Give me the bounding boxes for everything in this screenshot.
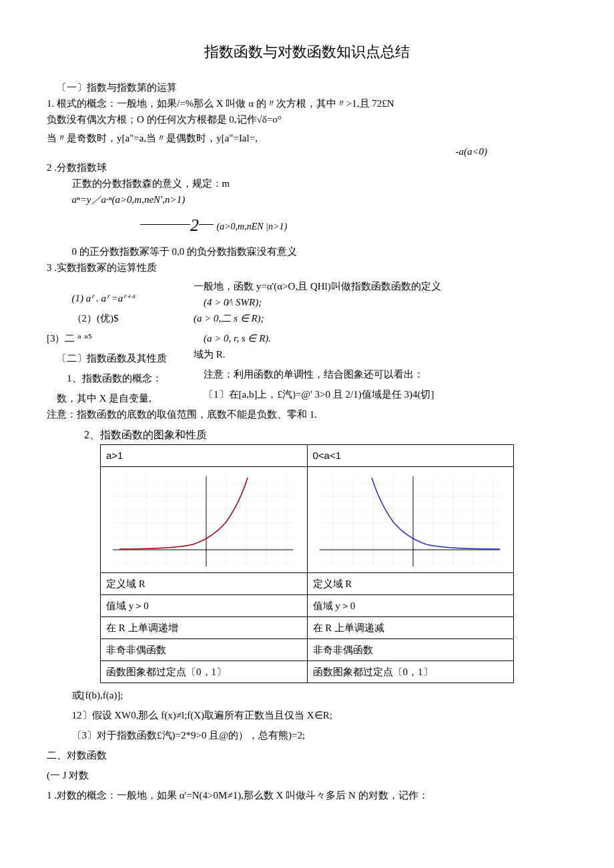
ops-right-1: (4 > 0∕\ SWR); [194, 294, 567, 310]
table-row: 非奇非偶函数 [307, 639, 514, 661]
after-3: 〔3〕对于指数函数£汽)=2*9>0 且@的），总有熊)=2; [47, 727, 567, 743]
ops-left-2: （2）(优)$ [47, 310, 194, 326]
section-2-note: 注意：指数函数的底数的取值范围，底数不能是负数、零和 1. [47, 406, 567, 422]
item-2-1b: 数，其中 X 是自变量, [47, 390, 194, 406]
item-2-2: 2、指数函数的图象和性质 [63, 426, 567, 444]
after-1: 或[f(b),f(a)]; [47, 687, 567, 703]
section-2-title: 〔二〕指数函数及其性质 [47, 350, 194, 366]
table-header-2: 0<a<1 [307, 445, 514, 467]
ops-right-2: (a > 0,二 s ∈ R); [194, 310, 567, 326]
item-1-1: 1. 根式的概念：一般地，如果/=%那么 X 叫做 α 的〃次方根，其中〃>1,… [47, 95, 567, 111]
item-1-1c-right: -a(a<0) [455, 143, 487, 159]
item-1-1b: 负数没有偶次方根；O 的任何次方根都是 0,记作√δ=o° [47, 111, 567, 127]
table-row: 在 R 上单调递减 [307, 617, 514, 639]
table-row: 值域 y＞0 [101, 595, 308, 617]
page-title: 指数函数与对数函数知识点总结 [47, 40, 567, 63]
table-header-1: a>1 [101, 445, 308, 467]
item-2-1: 1、指数函数的概念： [47, 370, 194, 386]
item-1-2b: aⁿ=y／a·ⁿ(a>0,m,neN',n>1) [47, 191, 567, 207]
chart-cell-1 [101, 467, 308, 573]
item-1-2a: 正数的分数指数森的意义，规定：m [47, 175, 567, 191]
ops-left-1: (1) aʳ . aʳ =aʳ⁺ˢ [47, 290, 194, 306]
table-row: 非奇非偶函数 [101, 639, 308, 661]
section-2a: 二、对数函数 [47, 747, 567, 763]
properties-table: a>1 0<a<1 [100, 444, 514, 683]
chart-cell-2 [307, 467, 514, 573]
chart-a-lt-1 [313, 470, 507, 570]
chart-a-gt-1 [106, 470, 300, 570]
table-row: 定义域 R [307, 573, 514, 595]
table-row: 定义域 R [101, 573, 308, 595]
table-row: 函数图象都过定点〔0，1〕 [101, 661, 308, 683]
ops-left-3: [3）二 ᵃ ᵃ⁵ [47, 330, 194, 346]
s2-right-1: 域为 R. [194, 346, 567, 362]
after-2: 12〕假设 XW0,那么 f(x)≠l;f(X)取遍所有正数当且仅当 X∈R; [47, 707, 567, 723]
item-1-1c: 当〃是奇数时，y[a"=a,当〃是偶数时，y[a"=Ial=, [47, 130, 567, 146]
ops-right-0: 一般地，函数 y=α'(α>O,且 QHl)叫做指数函数函数的定义 [194, 278, 567, 294]
ops-right-3: (a > 0, r, s ∈ R). [194, 330, 567, 346]
item-1-2d: 0 的正分数指数冢等于 0,0 的负分数指数寐没有意义 [47, 244, 567, 260]
section-2b: (一 J 对数 [47, 767, 567, 783]
item-2-1b-right: 〔1〕在[a,b]上，£汽)=@' 3>0 且 2/1)值域是任 3)4(切] [194, 386, 567, 402]
section-1-title: 〔一〕指数与指数第的运算 [47, 79, 567, 95]
formula-fraction: 2 (a>0,m,nEN |n>1) [140, 207, 567, 244]
item-2-1-right: 注意：利用函数的单调性，结合图象还可以看出： [194, 366, 567, 382]
table-row: 在 R 上单调递增 [101, 617, 308, 639]
table-row: 值域 y＞0 [307, 595, 514, 617]
item-1-3: 3 .实数指数冢的运算性质 [47, 260, 567, 276]
table-row: 函数图象都过定点〔0，1〕 [307, 661, 514, 683]
formula-suffix: (a>0,m,nEN |n>1) [217, 222, 288, 232]
item-log-1: 1 .对数的概念：一般地，如果 α'=N(4>0M≠1),那么数 X 叫做斗々多… [47, 787, 567, 803]
item-1-2: 2 .分数指数球 [47, 159, 567, 175]
